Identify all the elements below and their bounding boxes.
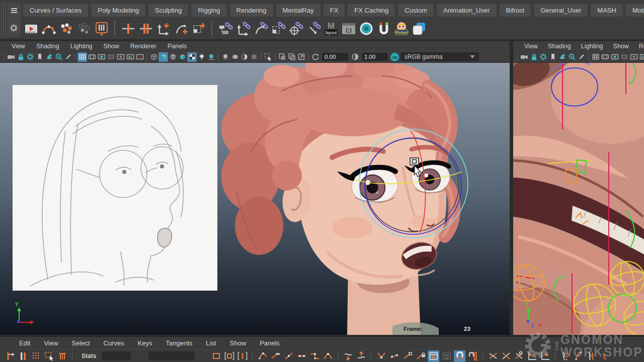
time-snap-icon[interactable]	[428, 350, 439, 362]
lights-icon[interactable]	[197, 52, 206, 62]
film-gate-icon[interactable]	[87, 52, 97, 62]
time-snap-off-icon[interactable]	[441, 350, 452, 362]
curve-oscillate-icon[interactable]	[586, 350, 597, 362]
ghost-icon[interactable]	[58, 21, 74, 37]
shelf-tab-animation-user[interactable]: Animation_User	[437, 4, 497, 17]
zoom-region-icon[interactable]	[54, 52, 63, 62]
menu-lighting[interactable]: Lighting	[65, 43, 98, 50]
isolate-selected-icon[interactable]	[287, 52, 296, 62]
maya-layout-icon[interactable]: Mlayout	[323, 21, 339, 37]
curve-linear-icon[interactable]	[599, 350, 610, 362]
motion-blur-icon[interactable]	[230, 52, 239, 62]
shelf-tab-bifrost[interactable]: Bifrost	[500, 4, 531, 17]
menu-list[interactable]: List	[206, 339, 216, 347]
resolution-gate-icon[interactable]	[610, 52, 619, 62]
playblast-icon[interactable]	[23, 21, 39, 37]
menu-view[interactable]: View	[6, 43, 31, 50]
clamped-tangent-icon[interactable]	[270, 350, 281, 362]
insert-key-tool-icon[interactable]	[17, 350, 29, 362]
contrast-icon[interactable]	[350, 52, 360, 62]
shelf-tab-curves-surfaces[interactable]: Curves / Surfaces	[23, 4, 88, 17]
rotate-key-icon[interactable]	[173, 21, 189, 37]
u-picker-icon[interactable]	[376, 21, 391, 37]
dof-icon[interactable]	[239, 52, 249, 62]
menu-edit[interactable]: Edit	[19, 339, 30, 347]
camera-icon[interactable]	[6, 52, 16, 62]
aim-constraint-icon[interactable]	[288, 21, 303, 37]
camera-icon[interactable]	[519, 52, 529, 62]
move-key-icon[interactable]	[155, 21, 171, 37]
linear-tangent-icon[interactable]	[283, 350, 294, 362]
grease-pencil-icon[interactable]	[577, 52, 586, 62]
stats-field-2[interactable]	[148, 351, 195, 360]
menu-show[interactable]: Show	[230, 339, 247, 347]
curve-offset-icon[interactable]	[573, 350, 584, 362]
menu-keys[interactable]: Keys	[138, 339, 152, 347]
pole-vector-icon[interactable]	[305, 21, 321, 37]
snap-ruler-icon[interactable]	[467, 350, 478, 362]
safe-action-icon[interactable]	[116, 52, 125, 62]
menu-show[interactable]: Show	[608, 43, 634, 50]
isolate-icon[interactable]	[277, 52, 287, 62]
bake-animation-icon[interactable]	[94, 21, 109, 37]
hud-icon[interactable]: T	[135, 52, 144, 62]
shelf-tab-custom[interactable]: Custom	[398, 4, 434, 17]
plateau-tangent-icon[interactable]	[322, 350, 334, 362]
gamma-toggle[interactable]: ON	[390, 52, 399, 62]
image-plane-icon[interactable]	[557, 52, 567, 62]
spline-tangent-icon[interactable]	[257, 350, 268, 362]
shelf-tab-rigging[interactable]: Rigging	[191, 4, 226, 17]
step-tangent-icon[interactable]	[309, 350, 320, 362]
gate-mask-icon[interactable]	[106, 52, 116, 62]
checker-icon[interactable]	[187, 52, 197, 62]
retime-tool-icon[interactable]	[56, 350, 68, 362]
lock-icon[interactable]	[16, 52, 25, 62]
multisample-icon[interactable]	[249, 52, 259, 62]
gate-mask-icon[interactable]	[619, 52, 629, 62]
post-infinity-icon[interactable]	[539, 350, 551, 362]
shelf-tab-general-user[interactable]: General_User	[534, 4, 588, 17]
frame-all-icon[interactable]	[210, 350, 222, 362]
region-select-icon[interactable]	[43, 350, 55, 362]
bookmark-icon[interactable]	[35, 52, 44, 62]
cross-icon[interactable]	[500, 350, 512, 362]
curve-cycle-icon[interactable]	[559, 350, 571, 362]
menu-panels[interactable]: Panels	[162, 43, 192, 50]
ao-icon[interactable]	[220, 52, 230, 62]
layers-icon[interactable]	[411, 21, 427, 37]
selection-highlight-icon[interactable]	[263, 52, 273, 62]
safe-action-icon[interactable]	[629, 52, 638, 62]
menu-shading[interactable]: Shading	[543, 43, 576, 50]
shelf-tab-poly-modeling[interactable]: Poly Modeling	[91, 4, 145, 17]
menu-view[interactable]: View	[44, 339, 58, 347]
gear-icon[interactable]	[25, 52, 35, 62]
lock-tangent-weight-icon[interactable]	[415, 350, 426, 362]
center-current-time-icon[interactable]	[236, 350, 248, 362]
orient-constraint-icon[interactable]	[253, 21, 268, 37]
menu-renderer[interactable]: Renderer	[634, 43, 644, 50]
resolution-gate-icon[interactable]	[97, 52, 106, 62]
flat-tangent-icon[interactable]	[296, 350, 307, 362]
pre-infinity-icon[interactable]	[526, 350, 538, 362]
stats-field-1[interactable]	[102, 351, 131, 360]
hold-key-icon[interactable]	[138, 21, 153, 37]
grid-icon[interactable]	[591, 52, 600, 62]
lattice-deform-keys-icon[interactable]	[30, 350, 42, 362]
bookmark-icon[interactable]	[548, 52, 557, 62]
viewport-canvas[interactable]: Y z x	[513, 63, 644, 335]
menu-select[interactable]: Select	[71, 339, 90, 347]
film-gate-icon[interactable]	[600, 52, 610, 62]
scale-constraint-icon[interactable]	[270, 21, 286, 37]
break-cross-icon[interactable]	[487, 350, 499, 362]
textured-cube-icon[interactable]	[178, 52, 187, 62]
shelf-tab-fx[interactable]: FX	[324, 4, 345, 17]
hamburger-icon[interactable]	[11, 8, 18, 14]
shelf-tab-mash[interactable]: MASH	[591, 4, 623, 17]
set-key-icon[interactable]	[120, 21, 136, 37]
unghost-icon[interactable]	[76, 21, 92, 37]
shaded-cube-icon[interactable]	[158, 52, 168, 62]
cross-key-icon[interactable]	[513, 350, 525, 362]
wireframe-cube-icon[interactable]	[149, 52, 158, 62]
viewport-canvas[interactable]: Frame: 23 Y	[0, 63, 510, 335]
exposure-field[interactable]: 0.00	[322, 53, 348, 61]
